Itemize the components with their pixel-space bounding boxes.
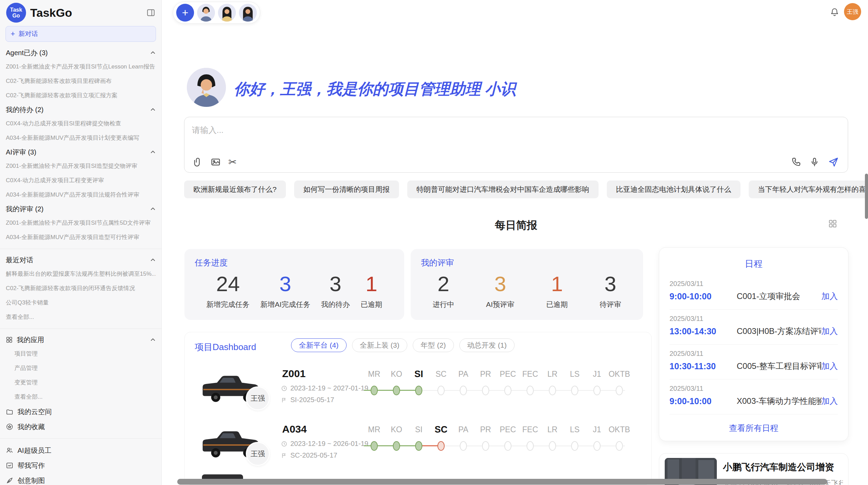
greeting-title: 你好，王强，我是你的项目管理助理 小识: [234, 79, 516, 99]
milestone-label: MR: [363, 425, 385, 434]
project-milestone-date: SI-2025-05-17: [281, 396, 334, 404]
suggestion-chip[interactable]: 特朗普可能对进口汽车增税会对中国车企造成哪些影响: [407, 181, 599, 198]
chevron-up-icon[interactable]: [150, 149, 156, 155]
paperclip-icon[interactable]: [193, 157, 203, 167]
join-link[interactable]: 加入: [821, 361, 838, 372]
join-link[interactable]: 加入: [821, 291, 838, 302]
milestone-dot: [541, 437, 564, 455]
stat-value: 1: [546, 272, 568, 296]
project-row[interactable]: 王强 Z001 2023-12-19 ~ 2027-01-19 SI-2025-…: [194, 366, 642, 419]
milestone-label: LS: [564, 370, 586, 379]
pen-icon: [6, 477, 13, 484]
sidebar-item-favorites[interactable]: 我的收藏: [6, 419, 156, 434]
view-all-apps-link[interactable]: 查看全部...: [6, 390, 156, 404]
milestone-label: PA: [452, 370, 474, 379]
notifications-bell-icon[interactable]: [830, 8, 839, 17]
conversation-item[interactable]: C02-飞腾新能源轻客改款项目的闭环通告反馈情况: [6, 281, 156, 296]
microphone-icon[interactable]: [809, 157, 820, 167]
conversation-item[interactable]: Z001-全新燃油轻卡产品开发项目SI节点属性5D文件评审: [6, 216, 156, 230]
event-name: X003-车辆动力学性能验...: [737, 396, 821, 407]
chevron-up-icon[interactable]: [150, 107, 156, 112]
new-chat-button[interactable]: + 新对话: [5, 26, 156, 42]
agent-avatar-1[interactable]: [197, 4, 215, 22]
sidebar-item-ai-super-staff[interactable]: AI超级员工: [6, 443, 156, 458]
conversation-item[interactable]: Z001-全新燃油轻卡产品开发项目SI造型提交物评审: [6, 159, 156, 173]
stat-value: 3: [321, 272, 350, 296]
sidebar-item-cloud-space[interactable]: 我的云空间: [6, 404, 156, 419]
conversation-item[interactable]: A034-全新新能源MUV产品开发项目法规符合性评审: [6, 188, 156, 202]
user-avatar[interactable]: 王强: [844, 3, 861, 20]
conversation-item[interactable]: C0X4-动力总成开发项目SI里程碑提交物检查: [6, 116, 156, 131]
conversation-item[interactable]: 解释最新出台的欧盟报废车法规再生塑料比例被调至15%...: [6, 267, 156, 281]
add-agent-button[interactable]: +: [176, 4, 194, 22]
join-link[interactable]: 加入: [821, 326, 838, 337]
conversation-item[interactable]: C0X4-动力总成开发项目工程变更评审: [6, 173, 156, 188]
chat-input[interactable]: [188, 121, 745, 160]
conversation-item[interactable]: 公司Q3轻卡销量: [6, 296, 156, 310]
sidebar-item-change-mgmt[interactable]: 变更管理: [6, 375, 156, 390]
milestone-label: FEC: [519, 370, 541, 379]
chevron-up-icon[interactable]: [150, 337, 156, 343]
date-range: 2023-12-19 ~ 2026-01-19: [290, 440, 368, 448]
divider: [0, 438, 161, 439]
event-time: 9:00-10:00: [670, 291, 737, 301]
sidebar-item-creative-draw[interactable]: 创意制图: [6, 473, 156, 485]
milestone-labels: MR KO SI SC PA PR PEC FEC LR LS J1 OKTB: [363, 422, 630, 437]
suggestion-chip[interactable]: 比亚迪全固态电池计划具体说了什么: [607, 181, 740, 198]
horizontal-scrollbar[interactable]: [177, 479, 827, 485]
milestone-dot: [564, 382, 586, 399]
sidebar-item-help-me-write[interactable]: 帮我写作: [6, 458, 156, 473]
card-title: 我的评审: [421, 257, 633, 268]
chevron-up-icon[interactable]: [150, 50, 156, 55]
link-label: 帮我写作: [17, 461, 45, 470]
agent-avatar-3[interactable]: [239, 4, 257, 22]
conversation-item[interactable]: A034-全新新能源MUV产品开发项目计划变更表编写: [6, 131, 156, 145]
milestone-dot: [586, 437, 608, 455]
chevron-up-icon[interactable]: [150, 206, 156, 212]
suggestion-chip[interactable]: 如何写一份清晰的项目周报: [294, 181, 399, 198]
milestone-label: LR: [541, 370, 564, 379]
sidebar-item-project-mgmt[interactable]: 项目管理: [6, 347, 156, 361]
section-title: 我的应用: [17, 335, 44, 345]
section-agent-done[interactable]: Agent已办 (3): [6, 46, 156, 60]
conversation-item[interactable]: C02-飞腾新能源轻客改款项目里程碑画布: [6, 74, 156, 88]
collapse-sidebar-icon[interactable]: [146, 8, 155, 17]
conversation-item[interactable]: A034-全新新能源MUV产品开发项目造型可行性评审: [6, 230, 156, 245]
image-icon[interactable]: [210, 157, 221, 167]
divider: [0, 249, 161, 249]
clock-icon: [281, 385, 287, 391]
section-my-todo[interactable]: 我的待办 (2): [6, 103, 156, 116]
scissors-icon[interactable]: ✂: [228, 157, 237, 167]
dashboard-title: 项目Dashboard: [195, 341, 256, 353]
chevron-up-icon[interactable]: [150, 257, 156, 263]
join-link[interactable]: 加入: [821, 396, 838, 407]
section-my-review[interactable]: 我的评审 (2): [6, 202, 156, 216]
tab-new-platform[interactable]: 全新平台 (4): [291, 338, 347, 352]
tab-new-upfit[interactable]: 全新上装 (3): [352, 338, 408, 352]
suggestion-chip[interactable]: 当下年轻人对汽车外观有怎样的喜好趋势: [749, 181, 868, 198]
stat-label: 我的待办: [321, 300, 350, 309]
tab-model-year[interactable]: 年型 (2): [413, 338, 454, 352]
conversation-item[interactable]: Z001-全新燃油皮卡产品开发项目SI节点Lesson Learn报告: [6, 60, 156, 74]
link-label: 我的云空间: [17, 407, 52, 416]
stat-my-todo: 3 我的待办: [321, 272, 350, 309]
sidebar-item-product-mgmt[interactable]: 产品管理: [6, 361, 156, 375]
phone-icon[interactable]: [791, 157, 801, 167]
conversation-item[interactable]: C02-飞腾新能源轻客改款项目立项汇报方案: [6, 88, 156, 103]
stat-new-completed: 24 新增完成任务: [206, 272, 250, 309]
vertical-scrollbar[interactable]: [865, 174, 868, 219]
section-title: 我的待办 (2): [6, 105, 44, 114]
view-all-schedule-link[interactable]: 查看所有日程: [670, 423, 838, 434]
project-row[interactable]: 王强 A034 2023-12-19 ~ 2026-01-19 SC-2025-…: [194, 422, 642, 474]
stats-row: 24 新增完成任务 3 新增AI完成任务 3 我的待办 1 已逾期: [195, 272, 394, 309]
suggestion-chip[interactable]: 欧洲新规最近颁布了什么?: [184, 181, 286, 198]
milestone-dot: [519, 437, 541, 455]
agent-avatar-2[interactable]: [218, 4, 236, 22]
send-icon[interactable]: [828, 157, 839, 167]
briefing-layout-icon[interactable]: [828, 219, 837, 228]
section-ai-review[interactable]: AI评审 (3): [6, 145, 156, 159]
section-recent-chats[interactable]: 最近对话: [6, 253, 156, 267]
section-my-apps[interactable]: 我的应用: [6, 333, 156, 347]
view-all-chats-link[interactable]: 查看全部...: [6, 310, 156, 324]
tab-powertrain-dev[interactable]: 动总开发 (1): [459, 338, 515, 352]
